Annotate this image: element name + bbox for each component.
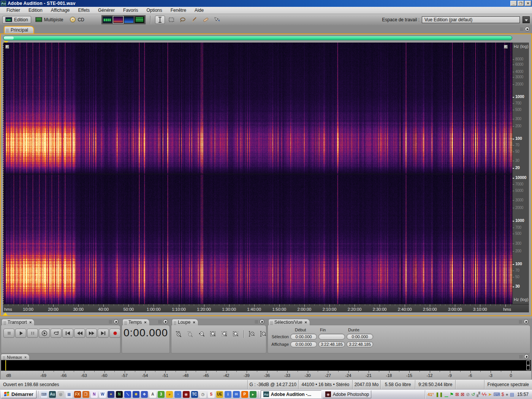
phase-display-button[interactable] bbox=[124, 16, 134, 23]
close-tab-icon[interactable]: × bbox=[29, 320, 32, 325]
clipboard-tray-icon[interactable]: ▤ bbox=[510, 392, 514, 397]
workspace-dropdown-arrow[interactable] bbox=[522, 16, 530, 23]
close-tab-icon[interactable]: × bbox=[144, 320, 146, 325]
zoom-selection-left-button[interactable] bbox=[220, 330, 230, 338]
minimized-strip-icon[interactable]: ▁ bbox=[445, 392, 448, 397]
ultraedit-icon[interactable]: UE bbox=[216, 391, 223, 398]
record-button[interactable] bbox=[109, 329, 120, 338]
onenote-icon[interactable]: N bbox=[91, 391, 98, 398]
media-player-icon[interactable]: ▸ bbox=[250, 391, 256, 398]
task-button-audition[interactable]: Au Adobe Audition -... bbox=[261, 390, 321, 398]
play-button[interactable] bbox=[15, 329, 26, 338]
cat-tray-icon[interactable]: ▞ bbox=[477, 392, 480, 397]
corner-grabber-right-icon[interactable] bbox=[504, 45, 508, 49]
zoom-out-horizontal-button[interactable] bbox=[185, 330, 195, 338]
zoom-out-vertical-button[interactable] bbox=[258, 330, 268, 338]
zoom-out-full-button[interactable] bbox=[197, 330, 207, 338]
mouse-tray-icon[interactable]: ● bbox=[505, 392, 508, 397]
corner-grabber-left-icon[interactable] bbox=[5, 45, 9, 49]
pause-button[interactable] bbox=[27, 329, 38, 338]
selection-end-field[interactable] bbox=[318, 334, 345, 340]
network-offline-icon-2[interactable]: ⊠ bbox=[461, 392, 464, 397]
keyboard-layout-icon[interactable]: ⌨ bbox=[493, 392, 500, 397]
sbp-icon[interactable]: S bbox=[208, 391, 215, 398]
clip-indicator-left[interactable] bbox=[526, 361, 530, 365]
level-meter[interactable] bbox=[1, 360, 531, 371]
fx-icon[interactable]: FX bbox=[74, 391, 81, 398]
selection-start-field[interactable]: 0:00.000 bbox=[290, 334, 317, 340]
play-from-cursor-button[interactable] bbox=[39, 329, 50, 338]
netscape-icon[interactable]: N bbox=[116, 391, 123, 398]
pan-display-button[interactable] bbox=[135, 16, 144, 23]
cursor-tray-icon[interactable]: ➤ bbox=[488, 392, 492, 397]
zoom-in-horizontal-button[interactable] bbox=[174, 330, 184, 338]
go-to-start-button[interactable] bbox=[62, 329, 73, 338]
av-lightning-icon[interactable]: ϟϟ bbox=[482, 392, 487, 397]
thunderbird-icon[interactable]: ✉ bbox=[233, 391, 240, 398]
menu-aide[interactable]: Aide bbox=[190, 7, 208, 13]
spectrogram-canvas[interactable] bbox=[3, 43, 512, 304]
blocked-device-icon[interactable]: ⊘ bbox=[466, 392, 470, 397]
flag-tray-icon[interactable]: ⚑ bbox=[450, 392, 454, 397]
rewind-button[interactable] bbox=[74, 329, 85, 338]
marquee-selection-tool[interactable] bbox=[166, 16, 176, 24]
recycle-tray-icon[interactable]: ↺ bbox=[471, 392, 475, 397]
menu-options[interactable]: Options bbox=[142, 7, 166, 13]
minimize-button[interactable]: _ bbox=[510, 1, 517, 6]
wordpad-icon[interactable]: A bbox=[149, 391, 156, 398]
time-display[interactable]: 0:00.000 bbox=[122, 327, 170, 339]
levels-tab[interactable]: Niveaux × bbox=[1, 354, 30, 360]
waveform-display-button[interactable] bbox=[103, 16, 112, 23]
time-tab[interactable]: Temps × bbox=[122, 319, 150, 325]
selection-view-menu-button[interactable] bbox=[524, 319, 529, 324]
file-tab-principal[interactable]: Principal bbox=[4, 26, 34, 33]
xp-tweak-icon[interactable]: ✱ bbox=[133, 391, 139, 398]
start-button[interactable]: Démarrer bbox=[1, 390, 36, 398]
keyboard-icon[interactable]: ⌨ bbox=[41, 391, 48, 398]
menu-effets[interactable]: Effets bbox=[74, 7, 94, 13]
mp3-tool-icon[interactable]: 3 bbox=[158, 391, 165, 398]
selection-view-tab[interactable]: Sélection/Vue × bbox=[268, 319, 310, 325]
audition-icon[interactable]: Au bbox=[49, 391, 56, 398]
close-tab-icon[interactable]: × bbox=[24, 355, 27, 359]
selection-duration-field[interactable]: 0:00.000 bbox=[347, 334, 373, 340]
view-start-field[interactable]: 0:00.000 bbox=[290, 341, 317, 347]
messenger-icon[interactable]: i bbox=[225, 391, 231, 398]
repair-tool-icon[interactable]: ⟍ bbox=[124, 391, 131, 398]
frequency-scale[interactable]: 8000600040003000200010007005003002001007… bbox=[512, 43, 529, 304]
winamp-icon[interactable]: ◎ bbox=[57, 391, 64, 398]
stop-button[interactable] bbox=[3, 329, 14, 338]
close-tab-icon[interactable]: × bbox=[305, 320, 307, 325]
antivirus-dollar-icon[interactable]: $ bbox=[502, 392, 504, 397]
restore-button[interactable]: ❐ bbox=[518, 1, 524, 6]
fast-forward-button[interactable] bbox=[86, 329, 97, 338]
word-icon[interactable]: W bbox=[99, 391, 106, 398]
menu-generer[interactable]: Générer bbox=[94, 7, 119, 13]
brush-tool[interactable] bbox=[189, 16, 199, 24]
scrub-tool[interactable] bbox=[212, 16, 222, 24]
zoom-to-selection-button[interactable] bbox=[208, 330, 218, 338]
lasso-selection-tool[interactable] bbox=[178, 16, 188, 24]
playhead-marker-bottom[interactable] bbox=[3, 310, 8, 315]
transport-menu-button[interactable] bbox=[114, 319, 119, 324]
workspace-select[interactable]: Vue Edition (par défaut) bbox=[422, 16, 520, 23]
view-end-field[interactable]: 3:22:48.185 bbox=[318, 341, 345, 347]
go-to-end-button[interactable] bbox=[98, 329, 109, 338]
zoom-selection-right-button[interactable] bbox=[231, 330, 241, 338]
edit-view-button[interactable]: Edition bbox=[2, 16, 31, 24]
menu-fichier[interactable]: Fichier bbox=[2, 7, 24, 13]
network-offline-icon[interactable]: ⊠ bbox=[455, 392, 459, 397]
globe-blue-icon[interactable]: ◔ bbox=[174, 391, 181, 398]
zoom-menu-button[interactable] bbox=[260, 319, 264, 324]
zoom-tab[interactable]: Loupe × bbox=[172, 319, 198, 325]
menu-favoris[interactable]: Favoris bbox=[119, 7, 142, 13]
calculator-icon[interactable]: ▦ bbox=[66, 391, 73, 398]
total-commander-icon[interactable]: TC bbox=[191, 391, 198, 398]
multitrack-view-button[interactable]: Multipiste bbox=[33, 16, 66, 23]
spot-healing-tool[interactable] bbox=[201, 16, 211, 24]
clip-indicator-right[interactable] bbox=[526, 366, 530, 370]
close-button[interactable]: ✕ bbox=[525, 1, 531, 6]
time-ruler[interactable]: 10:0020:0030:0040:0050:001:00:001:10:001… bbox=[3, 304, 512, 312]
view-duration-field[interactable]: 3:22:48.185 bbox=[347, 341, 373, 347]
horizontal-scroll-navigator[interactable] bbox=[3, 36, 512, 40]
